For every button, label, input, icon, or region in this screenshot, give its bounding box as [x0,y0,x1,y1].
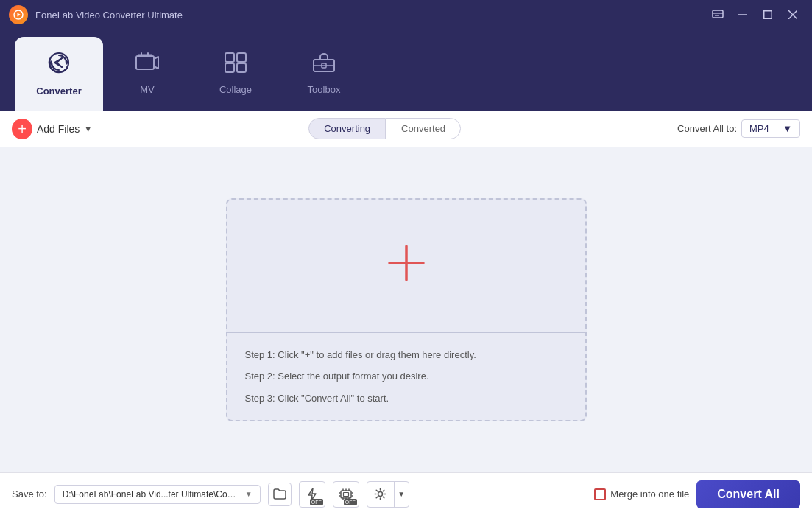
subtitle-button[interactable] [707,4,728,25]
svg-rect-6 [764,11,772,19]
tab-mv[interactable]: MV [103,37,191,111]
collage-icon [225,52,247,78]
flash-off-button[interactable]: OFF [299,481,325,508]
svg-rect-26 [341,491,351,498]
converting-tab[interactable]: Converting [308,118,386,139]
converter-icon [47,51,71,80]
drop-zone-instructions: Step 1: Click "+" to add files or drag t… [227,333,585,421]
svg-rect-2 [713,10,723,18]
tab-switcher: Converting Converted [308,118,461,139]
convert-all-to-area: Convert All to: MP4 ▼ [677,119,800,138]
step1-text: Step 1: Click "+" to add files or drag t… [245,348,568,362]
merge-checkbox-area: Merge into one file [594,488,689,500]
tab-collage-label: Collage [219,84,252,95]
svg-rect-20 [237,63,246,72]
minimize-button[interactable] [732,4,753,25]
format-select[interactable]: MP4 ▼ [741,119,800,138]
drop-zone-plus-area[interactable] [227,200,585,332]
converted-tab[interactable]: Converted [386,118,461,139]
path-dropdown-icon: ▼ [245,490,253,498]
flash-badge: OFF [310,499,323,505]
tab-converter-label: Converter [36,85,81,97]
title-bar-controls [707,4,803,25]
save-to-label: Save to: [12,488,47,500]
add-files-label: Add Files [37,123,80,135]
svg-rect-17 [225,53,234,62]
add-files-icon: + [12,119,32,139]
main-content: Step 1: Click "+" to add files or drag t… [0,147,812,472]
merge-label: Merge into one file [610,488,689,500]
tab-mv-label: MV [140,84,155,95]
svg-marker-1 [18,13,21,17]
format-dropdown-icon: ▼ [783,123,792,134]
svg-rect-18 [237,53,246,62]
close-button[interactable] [783,4,803,25]
tab-toolbox-label: Toolbox [308,84,341,95]
add-files-button[interactable]: + Add Files ▼ [12,119,92,139]
save-path-select[interactable]: D:\FoneLab\FoneLab Vid...ter Ultimate\Co… [54,485,261,504]
tab-toolbox[interactable]: Toolbox [280,37,368,111]
tab-converter[interactable]: Converter [15,37,103,111]
app-icon [9,5,28,24]
accel-badge: OFF [344,499,357,505]
maximize-button[interactable] [758,4,778,25]
toolbox-icon [312,52,336,78]
step3-text: Step 3: Click "Convert All" to start. [245,391,568,406]
app-title: FoneLab Video Converter Ultimate [35,10,183,21]
tab-bar: Converter MV Collage [0,29,812,111]
settings-group: ▼ [367,481,409,508]
svg-rect-37 [343,492,348,496]
drop-zone[interactable]: Step 1: Click "+" to add files or drag t… [226,198,587,422]
settings-button[interactable] [367,482,394,507]
add-files-dropdown-icon: ▼ [84,125,92,133]
svg-point-38 [378,492,383,497]
save-path-text: D:\FoneLab\FoneLab Vid...ter Ultimate\Co… [63,489,241,500]
bottom-bar: Save to: D:\FoneLab\FoneLab Vid...ter Ul… [0,472,812,515]
mv-icon [135,52,159,78]
browse-folder-button[interactable] [268,483,292,506]
sub-toolbar: + Add Files ▼ Converting Converted Conve… [0,111,812,147]
tab-collage[interactable]: Collage [191,37,280,111]
svg-rect-19 [225,63,234,72]
step2-text: Step 2: Select the output format you des… [245,369,568,384]
plus-icon [386,243,426,289]
title-bar-left: FoneLab Video Converter Ultimate [9,5,183,24]
hardware-accel-button[interactable]: OFF [333,481,359,508]
svg-rect-13 [136,56,154,69]
format-value: MP4 [749,123,769,134]
merge-checkbox[interactable] [594,488,606,500]
settings-dropdown-button[interactable]: ▼ [394,482,409,507]
convert-all-button[interactable]: Convert All [696,480,800,508]
title-bar: FoneLab Video Converter Ultimate [0,0,812,29]
convert-all-to-label: Convert All to: [677,123,737,134]
